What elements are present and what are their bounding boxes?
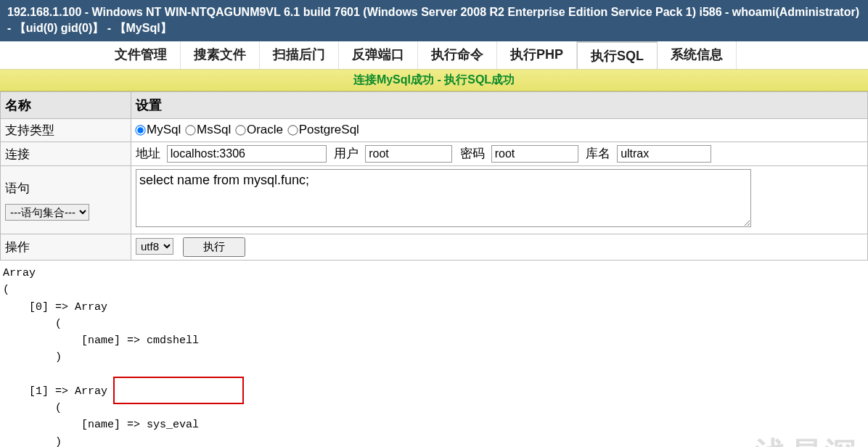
row-type-label: 支持类型 (1, 119, 131, 142)
user-input[interactable] (365, 145, 452, 163)
row-stmt-label: 语句 ---语句集合--- (1, 166, 131, 234)
sql-textarea[interactable] (136, 169, 751, 227)
db-type-radio-MsSql[interactable] (185, 125, 195, 135)
tab-执行PHP[interactable]: 执行PHP (497, 41, 577, 69)
db-type-option-MySql[interactable]: MySql (136, 123, 184, 136)
stmt-collection-select[interactable]: ---语句集合--- (5, 204, 89, 221)
db-type-option-PostgreSql[interactable]: PostgreSql (288, 123, 359, 136)
connection-row: 地址 用户 密码 库名 (131, 142, 868, 166)
pass-input[interactable] (491, 145, 578, 163)
tab-文件管理[interactable]: 文件管理 (102, 41, 181, 69)
charset-select[interactable]: utf8 (136, 238, 173, 255)
watermark: 浅易深 (755, 432, 859, 447)
addr-input[interactable] (167, 145, 327, 163)
db-type-option-Oracle[interactable]: Oracle (236, 123, 287, 136)
tabs-bar: 文件管理搜素文件扫描后门反弹端口执行命令执行PHP执行SQL系统信息 (0, 41, 868, 70)
tab-反弹端口[interactable]: 反弹端口 (339, 41, 418, 69)
row-op-label: 操作 (1, 234, 131, 261)
stmt-label-text: 语句 (5, 180, 126, 197)
tab-搜素文件[interactable]: 搜素文件 (181, 41, 260, 69)
tab-系统信息[interactable]: 系统信息 (658, 41, 737, 69)
db-type-radio-PostgreSql[interactable] (287, 125, 298, 135)
window-title: 192.168.1.100 - Windows NT WIN-NTQAGUNM9… (7, 6, 859, 34)
addr-label: 地址 (136, 147, 160, 160)
db-type-option-MsSql[interactable]: MsSql (186, 123, 234, 136)
db-type-radio-MySql[interactable] (135, 125, 145, 135)
window-header: 192.168.1.100 - Windows NT WIN-NTQAGUNM9… (0, 0, 868, 41)
db-type-radio-Oracle[interactable] (235, 125, 245, 135)
tab-执行SQL[interactable]: 执行SQL (577, 41, 658, 69)
execute-button[interactable]: 执行 (183, 237, 245, 257)
status-message: 连接MySql成功 - 执行SQL成功 (353, 73, 515, 86)
row-conn-label: 连接 (1, 142, 131, 166)
db-type-radio-group: MySql MsSql Oracle PostgreSql (136, 122, 361, 136)
tab-执行命令[interactable]: 执行命令 (418, 41, 497, 69)
col-header-setting: 设置 (131, 92, 868, 119)
result-output: Array ( [0] => Array ( [name] => cmdshel… (3, 265, 868, 447)
user-label: 用户 (334, 147, 359, 160)
col-header-name: 名称 (1, 92, 131, 119)
status-bar: 连接MySql成功 - 执行SQL成功 (0, 70, 868, 91)
db-input[interactable] (617, 145, 711, 163)
tab-扫描后门[interactable]: 扫描后门 (260, 41, 339, 69)
sql-form-table: 名称 设置 支持类型 MySql MsSql Oracle PostgreSql… (0, 91, 868, 261)
result-area: Array ( [0] => Array ( [name] => cmdshel… (0, 265, 868, 447)
pass-label: 密码 (460, 147, 485, 160)
db-label: 库名 (586, 147, 610, 160)
